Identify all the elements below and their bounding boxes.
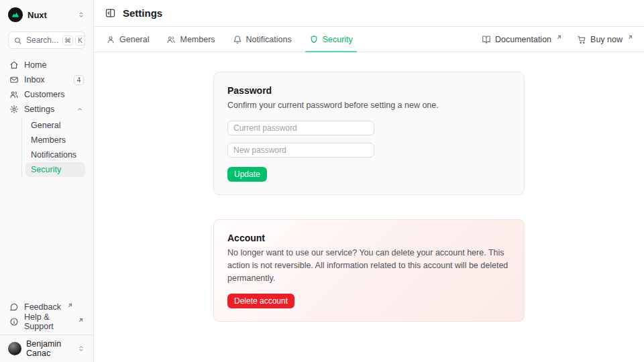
sidebar-nav: Home Inbox 4 Customers Settings [8, 58, 85, 178]
external-link-icon [627, 34, 633, 40]
search-placeholder: Search... [26, 36, 58, 45]
user-name: Benjamin Canac [26, 339, 72, 358]
sidebar-item-label: General [31, 121, 60, 130]
sidebar-item-notifications[interactable]: Notifications [25, 147, 85, 162]
sidebar-item-label: Notifications [31, 150, 76, 160]
kbd-key: K [75, 36, 85, 46]
chat-bubble-icon [9, 302, 19, 312]
info-circle-icon [9, 317, 19, 326]
action-label: Buy now [590, 35, 623, 44]
sidebar-item-customers[interactable]: Customers [8, 87, 85, 102]
documentation-link[interactable]: Documentation [482, 35, 562, 44]
inbox-count-badge: 4 [74, 75, 84, 85]
sidebar-divider [0, 335, 93, 335]
account-card-title: Account [227, 233, 511, 243]
users-icon [9, 90, 19, 99]
page-title: Settings [123, 7, 162, 19]
tab-label: General [119, 35, 149, 44]
settings-security-content: Password Confirm your current password b… [94, 52, 644, 362]
tab-general[interactable]: General [105, 27, 150, 52]
inbox-icon [9, 75, 19, 84]
account-card: Account No longer want to use our servic… [213, 219, 525, 322]
external-link-icon [78, 317, 84, 323]
sidebar-item-label: Members [31, 135, 66, 145]
password-card-description: Confirm your current password before set… [227, 99, 511, 112]
account-card-description: No longer want to use our service? You c… [227, 247, 511, 285]
sidebar-item-settings[interactable]: Settings [8, 102, 85, 117]
sidebar-item-inbox[interactable]: Inbox 4 [8, 72, 85, 87]
person-icon [106, 35, 115, 44]
header-actions: Documentation Buy now [482, 27, 633, 52]
sidebar: Nuxt Search... ⌘ K Home [0, 0, 94, 362]
sidebar-item-label: Inbox [24, 75, 45, 84]
search-shortcut: ⌘ K [62, 36, 85, 46]
sidebar-item-label: Home [24, 60, 46, 70]
tab-notifications[interactable]: Notifications [231, 27, 293, 52]
tabs: General Members Notifications [105, 27, 354, 52]
sidebar-item-label: Security [31, 165, 61, 174]
delete-account-button[interactable]: Delete account [227, 294, 294, 308]
user-avatar [8, 342, 21, 355]
user-menu[interactable]: Benjamin Canac [8, 341, 85, 357]
new-password-field[interactable] [227, 143, 374, 158]
collapse-sidebar-icon[interactable] [105, 7, 116, 19]
buy-now-link[interactable]: Buy now [577, 35, 633, 44]
tab-bar: General Members Notifications [94, 27, 644, 52]
main-area: Settings General Members [94, 0, 644, 362]
sidebar-item-label: Feedback [24, 302, 61, 312]
page-header: Settings [94, 0, 644, 27]
action-label: Documentation [495, 35, 551, 44]
gear-icon [9, 105, 19, 114]
search-input[interactable]: Search... ⌘ K [8, 32, 85, 49]
sidebar-item-home[interactable]: Home [8, 58, 85, 72]
current-password-field[interactable] [227, 121, 374, 135]
search-icon [13, 36, 22, 45]
password-card: Password Confirm your current password b… [213, 72, 525, 195]
cart-icon [577, 35, 586, 44]
sidebar-item-label: Settings [24, 105, 54, 114]
home-icon [9, 60, 19, 70]
tab-label: Members [180, 35, 215, 44]
app-root: Nuxt Search... ⌘ K Home [0, 0, 644, 362]
tab-label: Notifications [246, 35, 292, 44]
sidebar-item-label: Help & Support [24, 312, 72, 331]
chevron-up-down-icon [77, 11, 85, 19]
bell-icon [233, 35, 242, 44]
kbd-meta: ⌘ [62, 36, 73, 46]
tab-security[interactable]: Security [308, 27, 354, 52]
shield-icon [309, 35, 319, 44]
sidebar-item-general[interactable]: General [25, 118, 85, 133]
nuxt-logo-icon [8, 7, 23, 22]
chevron-up-icon [76, 105, 84, 113]
settings-sub-list: General Members Notifications Security [21, 118, 85, 177]
sidebar-spacer [8, 178, 85, 300]
workspace-name: Nuxt [28, 10, 47, 20]
sidebar-item-security[interactable]: Security [25, 162, 85, 177]
external-link-icon [556, 34, 562, 40]
chevron-up-down-icon [77, 345, 85, 353]
tab-label: Security [323, 35, 353, 44]
workspace-switcher[interactable]: Nuxt [8, 7, 85, 23]
sidebar-item-help-support[interactable]: Help & Support [8, 314, 85, 329]
users-icon [166, 35, 176, 44]
sidebar-item-members[interactable]: Members [25, 133, 85, 147]
update-password-button[interactable]: Update [227, 167, 267, 182]
password-card-title: Password [227, 85, 511, 96]
tab-members[interactable]: Members [165, 27, 216, 52]
external-link-icon [67, 302, 73, 308]
sidebar-item-label: Customers [24, 90, 64, 99]
book-icon [482, 35, 491, 44]
